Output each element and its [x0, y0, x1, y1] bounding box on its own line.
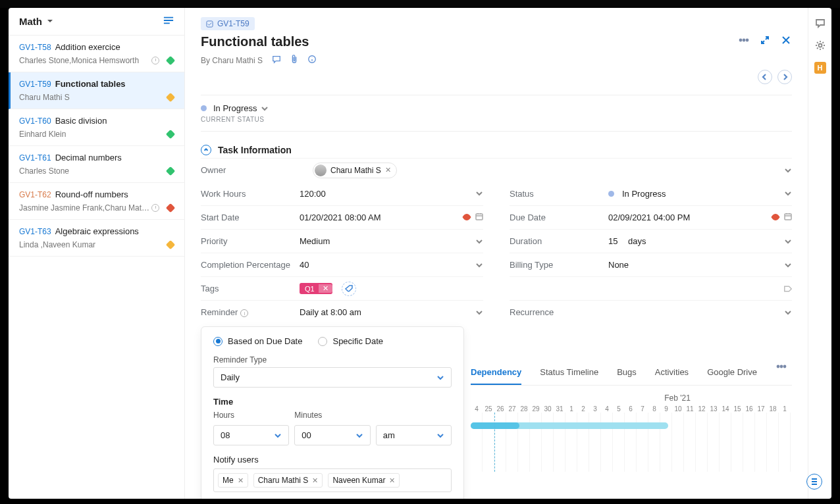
start-date-field[interactable]: 01/20/2021 08:00 AM: [300, 213, 483, 222]
task-item[interactable]: GV1-T61Decimal numbers Charles Stone: [9, 146, 184, 183]
notify-users-input[interactable]: Me✕Charu Mathi S✕Naveen Kumar✕: [213, 468, 452, 492]
more-icon[interactable]: [738, 34, 750, 46]
task-item[interactable]: GV1-T63Algebraic expressions Linda ,Nave…: [9, 220, 184, 257]
task-item-title: Decimal numbers: [55, 153, 122, 163]
chevron-down-icon: [274, 432, 282, 440]
tag-chip[interactable]: Q1✕: [300, 283, 332, 294]
user-chip[interactable]: Me✕: [218, 473, 248, 488]
task-item[interactable]: GV1-T62Round-off numbers Jasmine Jasmine…: [9, 183, 184, 220]
radio-specific-date[interactable]: Specific Date: [318, 336, 383, 346]
gantt-tick: 11: [684, 405, 696, 413]
due-date-field[interactable]: 02/09/2021 04:00 PM: [608, 213, 792, 222]
task-item[interactable]: GV1-T60Basic division Einhard Klein: [9, 109, 184, 146]
priority-chip: [166, 166, 175, 176]
status-block: In Progress CURRENT STATUS: [201, 95, 792, 132]
billing-value: None: [608, 260, 629, 270]
remove-user-icon[interactable]: ✕: [312, 476, 318, 485]
sidebar-title-dropdown[interactable]: Math: [19, 16, 54, 27]
clock-icon: [151, 57, 159, 64]
calendar-icon[interactable]: [475, 213, 483, 222]
chevron-down-icon: [46, 16, 54, 27]
gantt-tick: 13: [708, 405, 720, 413]
recurrence-field[interactable]: [608, 309, 792, 316]
collapse-toggle[interactable]: [201, 145, 211, 155]
tab-bugs[interactable]: Bugs: [617, 361, 637, 385]
gantt-tick: 1: [779, 405, 791, 413]
svg-rect-5: [476, 214, 483, 220]
info-icon[interactable]: [307, 55, 317, 66]
close-icon[interactable]: [780, 34, 792, 46]
user-chip[interactable]: Naveen Kumar✕: [328, 473, 400, 488]
calendar-icon[interactable]: [784, 213, 792, 222]
gantt-tick: 5: [613, 405, 625, 413]
task-item[interactable]: GV1-T58Addition exercice Charles Stone,M…: [9, 36, 184, 72]
hours-value: 08: [221, 430, 230, 440]
svg-point-3: [747, 39, 748, 41]
info-icon[interactable]: i: [240, 309, 248, 317]
reminder-value: Daily at 8:00 am: [300, 307, 361, 317]
tab-activities[interactable]: Activities: [655, 361, 689, 385]
more-tabs-icon[interactable]: [775, 361, 787, 372]
completion-field[interactable]: 40: [300, 260, 483, 270]
duration-field[interactable]: 15 days: [608, 236, 792, 246]
next-task-button[interactable]: [777, 70, 792, 84]
task-item[interactable]: GV1-T59Functional tables Charu Mathi S: [9, 72, 184, 109]
prev-task-button[interactable]: [758, 70, 772, 84]
chevron-down-icon: [355, 432, 363, 440]
hours-select[interactable]: 08: [213, 425, 289, 445]
status-field[interactable]: In Progress: [608, 189, 792, 199]
start-date-label: Start Date: [201, 213, 300, 222]
minutes-select[interactable]: 00: [294, 425, 370, 445]
ampm-select[interactable]: am: [376, 425, 452, 445]
reminder-panel: Based on Due Date Specific Date Reminder…: [201, 326, 464, 499]
svg-point-2: [743, 39, 745, 41]
visibility-icon[interactable]: [462, 213, 471, 222]
reorder-icon[interactable]: [163, 16, 174, 27]
status-dropdown[interactable]: In Progress: [201, 103, 269, 113]
billing-field[interactable]: None: [608, 260, 792, 270]
remove-user-icon[interactable]: ✕: [389, 476, 395, 485]
help-badge[interactable]: H: [814, 62, 826, 74]
status-text: In Progress: [213, 103, 257, 113]
radio-based-on-due-date[interactable]: Based on Due Date: [213, 336, 302, 346]
owner-chip[interactable]: Charu Mathi S ✕: [313, 163, 397, 178]
reminder-type-select[interactable]: Daily: [213, 367, 452, 388]
priority-field[interactable]: Medium: [300, 236, 483, 246]
task-key-pill[interactable]: GV1-T59: [201, 17, 255, 30]
task-item-id: GV1-T58: [19, 43, 51, 52]
tag-outline-icon[interactable]: [784, 285, 792, 293]
task-item-assignees: Jasmine Jasmine Frank,Charu Mathi S,M...: [19, 203, 151, 213]
chat-icon[interactable]: [814, 17, 826, 29]
gantt-scale: 4252627282930311234567891011121314151617…: [471, 405, 792, 413]
work-hours-field[interactable]: 120:00: [300, 189, 483, 199]
svg-point-9: [784, 366, 786, 368]
gantt-tick: 30: [542, 405, 554, 413]
gantt-tick: 31: [554, 405, 565, 413]
attachment-icon[interactable]: [290, 55, 298, 66]
remove-owner-icon[interactable]: ✕: [385, 166, 391, 174]
gantt-tick: 14: [720, 405, 731, 413]
remove-user-icon[interactable]: ✕: [238, 476, 244, 485]
tab-google-drive[interactable]: Google Drive: [707, 361, 757, 385]
priority-chip: [166, 203, 175, 213]
reminder-type-label: Reminder Type: [213, 355, 452, 365]
gantt-body[interactable]: [471, 413, 792, 472]
settings-icon[interactable]: [814, 39, 826, 51]
tab-dependency[interactable]: Dependency: [471, 361, 521, 385]
expand-icon[interactable]: [759, 34, 771, 46]
gantt-bar-actual[interactable]: [471, 422, 519, 429]
gantt-tick: 10: [672, 405, 684, 413]
tags-field[interactable]: Q1✕: [300, 282, 483, 296]
recurrence-label: Recurrence: [510, 307, 608, 317]
add-tag-button[interactable]: [342, 282, 356, 296]
tab-status-timeline[interactable]: Status Timeline: [540, 361, 598, 385]
comment-icon[interactable]: [272, 55, 281, 66]
visibility-icon[interactable]: [771, 213, 780, 222]
task-detail-scroll[interactable]: GV1-T59 Functional tables By Charu Mathi…: [185, 8, 808, 499]
scroll-indicator-icon[interactable]: [806, 474, 822, 490]
tag-remove-icon[interactable]: ✕: [319, 284, 332, 293]
owner-field[interactable]: Charu Mathi S ✕: [300, 163, 792, 178]
task-item-assignees: Linda ,Naveen Kumar: [19, 240, 163, 249]
reminder-field[interactable]: Daily at 8:00 am: [300, 307, 483, 317]
user-chip[interactable]: Charu Mathi S✕: [253, 473, 323, 488]
